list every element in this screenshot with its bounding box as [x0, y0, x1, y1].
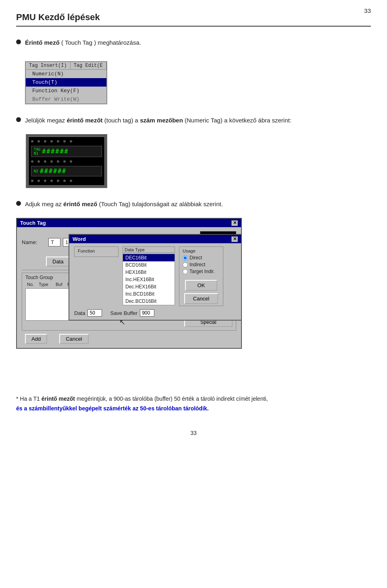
dot-m6	[63, 160, 66, 163]
dot7	[70, 140, 72, 143]
touch-tag-title-bar: Touch Tag ✕	[17, 219, 241, 227]
data-type-inchex16bit[interactable]: Inc.HEX16Bit	[123, 276, 175, 283]
n1-field: TAGN1 ######	[31, 146, 102, 157]
menu-item-touch: Touch(T)	[26, 78, 106, 87]
word-dialog-body: Function Data Type DEC16Bit BCD16Bit HEX…	[69, 243, 241, 320]
dot-b6	[63, 180, 66, 182]
usage-indirect-option[interactable]: Indirect	[183, 262, 220, 267]
word-dialog-top-row: Function Data Type DEC16Bit BCD16Bit HEX…	[74, 246, 236, 306]
n2-label: N2	[34, 169, 38, 173]
n1-label: N1	[34, 151, 38, 155]
n1-tag-label: TAGN1	[34, 147, 40, 155]
bullet-text-1: Érintő mező ( Touch Tag ) meghatározása.	[25, 38, 141, 48]
menu-item-numeric: Numeric(N)	[26, 70, 106, 78]
word-dialog-close-button[interactable]: ✕	[231, 236, 238, 242]
data-type-hex16bit[interactable]: HEX16Bit	[123, 269, 175, 276]
footer-blue-bold: és a számbillentyűkkel begépelt számérté…	[16, 405, 209, 412]
numeric-screenshot-container: TAGN1 ###### N2 ######	[26, 134, 371, 188]
footer-text-2: megérintjük, a 900-as tárolóba (buffer) …	[75, 395, 268, 402]
dot-m7	[70, 160, 72, 163]
usage-direct-radio[interactable]	[183, 255, 188, 261]
dot-m1	[31, 160, 33, 163]
dot-row-bottom	[30, 178, 103, 184]
data-type-decbcd16bit[interactable]: Dec.BCD16Bit	[123, 298, 175, 305]
data-field: Data	[74, 309, 102, 317]
n2-hash: ######	[40, 168, 67, 175]
data-type-list[interactable]: DEC16Bit BCD16Bit HEX16Bit Inc.HEX16Bit …	[123, 254, 175, 305]
szam-mezoben-bold: szám mezőben	[140, 117, 183, 124]
footer-note: * Ha a T1 érintő mezőt megérintjük, a 90…	[16, 394, 371, 414]
usage-target-radio[interactable]	[183, 269, 188, 274]
usage-indirect-radio[interactable]	[183, 262, 188, 267]
dot1	[31, 140, 33, 143]
dot-m2	[37, 160, 40, 163]
word-dialog-title: Word	[73, 236, 86, 242]
dot3	[44, 140, 46, 143]
data-type-dec16bit[interactable]: DEC16Bit	[123, 254, 175, 261]
dialogs-area: Touch Tag ✕ Name: T 1 Data	[16, 218, 298, 387]
cancel-button[interactable]: Cancel	[59, 334, 88, 344]
dot-row-top	[30, 139, 103, 144]
dot-m3	[44, 160, 46, 163]
usage-indirect-label: Indirect	[189, 262, 205, 267]
dot6	[63, 140, 66, 143]
col-header-no: No.	[27, 282, 37, 287]
footer-bold-1: érintő mezőt	[42, 395, 75, 402]
menu-screenshot: Tag Insert(I) Tag Edit(E Numeric(N) Touc…	[25, 61, 107, 104]
bullet-dot-3	[16, 201, 21, 206]
data-type-section: Data Type DEC16Bit BCD16Bit HEX16Bit Inc…	[123, 246, 175, 305]
function-label: Function	[78, 248, 115, 253]
col-header-type: Type	[39, 282, 54, 287]
data-input[interactable]	[87, 309, 102, 317]
save-buffer-field: Save Buffer	[110, 309, 154, 317]
dot-b5	[57, 180, 59, 182]
page-title: PMU Kezdő lépések	[16, 12, 371, 27]
word-dialog[interactable]: Word ✕ Function Data Type DEC16Bit BCD	[69, 234, 242, 321]
n1-hash: ######	[42, 148, 69, 155]
bullet-touch-def-text: Érintő mező ( Touch Tag ) meghatározása.	[25, 39, 141, 46]
bullet-text-3: Adjuk meg az érintő mező (Touch Tag) tul…	[25, 199, 223, 209]
dot2	[37, 140, 40, 143]
dot4	[50, 140, 53, 143]
usage-label: Usage	[183, 248, 220, 253]
word-cancel-button[interactable]: Cancel	[184, 293, 218, 304]
data-type-incbcd16bit[interactable]: Inc.BCD16Bit	[123, 290, 175, 298]
cursor-pointer: ↖	[119, 318, 125, 327]
bullet-numeric-tag: Jelüljök megaz érintő mezőt (touch tag) …	[16, 116, 371, 125]
page-number-top: 33	[364, 7, 371, 14]
bullet-text-2: Jelüljök megaz érintő mezőt (touch tag) …	[25, 116, 291, 125]
dot5	[57, 140, 59, 143]
bullet-touch-props: Adjuk meg az érintő mező (Touch Tag) tul…	[16, 199, 371, 209]
bullet-dot-2	[16, 117, 21, 122]
dot-b3	[44, 180, 46, 182]
erintő-mezo-bold: Érintő mező	[25, 39, 60, 46]
menu-bar-tag-edit: Tag Edit(E	[71, 62, 106, 69]
word-dialog-title-bar: Word ✕	[69, 235, 241, 243]
usage-target-option[interactable]: Target Indir.	[183, 269, 220, 274]
add-cancel-row: Add Cancel	[22, 334, 236, 344]
usage-target-label: Target Indir.	[189, 269, 215, 274]
n2-field: N2 ######	[31, 166, 102, 176]
name-input-t[interactable]: T	[48, 238, 60, 246]
data-type-bcd16bit[interactable]: BCD16Bit	[123, 261, 175, 269]
dot-m4	[50, 160, 53, 163]
dot-b4	[50, 180, 53, 182]
data-button[interactable]: Data	[46, 257, 70, 267]
bullet-dot-1	[16, 39, 21, 44]
usage-direct-option[interactable]: Direct	[183, 255, 220, 261]
touch-tag-title: Touch Tag	[20, 220, 46, 226]
data-label: Data	[74, 310, 85, 316]
touch-tag-close-button[interactable]: ✕	[231, 220, 238, 226]
dot-b7	[70, 180, 72, 182]
word-dialog-buttons: OK Cancel	[183, 280, 220, 304]
add-button[interactable]: Add	[25, 334, 47, 344]
word-ok-button[interactable]: OK	[185, 280, 217, 291]
dot-row-mid	[30, 159, 103, 164]
page-number-bottom: 33	[16, 430, 371, 436]
bullet-touch-def: Érintő mező ( Touch Tag ) meghatározása.	[16, 38, 371, 48]
numeric-screenshot: TAGN1 ###### N2 ######	[26, 134, 107, 188]
data-type-dechex16bit[interactable]: Dec.HEX16Bit	[123, 283, 175, 290]
erintő-mezőt-bold: érintő mezőt	[67, 117, 102, 124]
save-buffer-input[interactable]	[140, 309, 154, 317]
data-type-label: Data Type	[123, 246, 175, 253]
